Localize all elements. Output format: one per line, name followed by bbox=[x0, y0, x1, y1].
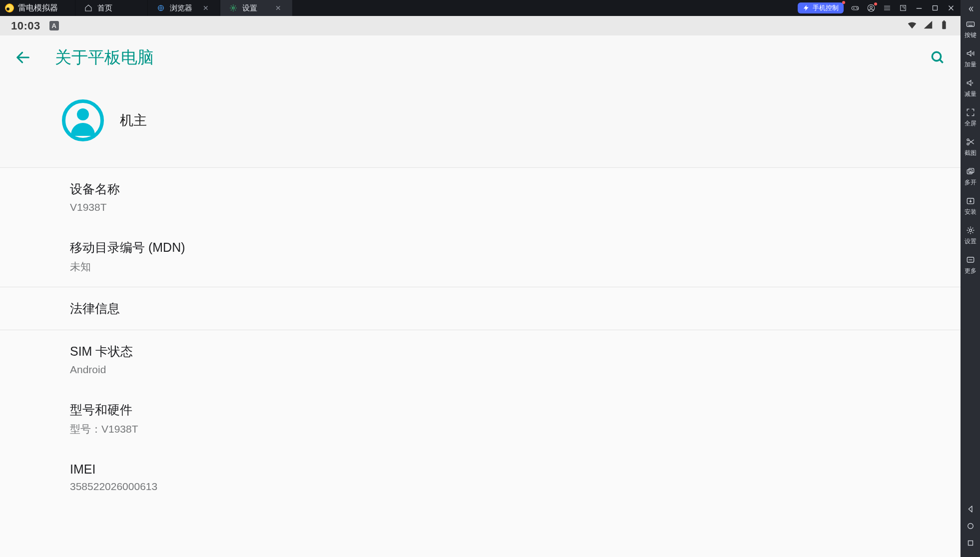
settings-icon bbox=[229, 4, 237, 12]
svg-point-6 bbox=[870, 6, 873, 8]
sidebar-item-volume-down[interactable]: 减量 bbox=[961, 74, 980, 103]
minimize-icon[interactable] bbox=[915, 3, 924, 12]
sidebar-item-more[interactable]: 更多 bbox=[961, 251, 980, 280]
nav-home-icon[interactable] bbox=[966, 521, 976, 531]
row-title: 法律信息 bbox=[70, 300, 947, 317]
profile-header[interactable]: 机主 bbox=[0, 79, 961, 168]
avatar-icon bbox=[62, 99, 104, 141]
row-title: 移动目录编号 (MDN) bbox=[70, 239, 947, 256]
row-subtitle: 未知 bbox=[70, 260, 947, 274]
keyboard-icon bbox=[966, 19, 976, 29]
row-subtitle: V1938T bbox=[70, 201, 947, 213]
sidebar-item-install[interactable]: 安装 bbox=[961, 192, 980, 221]
svg-point-19 bbox=[971, 259, 972, 260]
search-button[interactable] bbox=[929, 48, 947, 66]
sidebar-item-label: 按键 bbox=[965, 31, 977, 39]
row-subtitle: 型号：V1938T bbox=[70, 422, 947, 436]
settings-row[interactable]: 设备名称V1938T bbox=[0, 168, 961, 226]
sidebar-item-label: 设置 bbox=[965, 237, 977, 246]
back-button[interactable] bbox=[14, 48, 32, 66]
multi-instance-icon bbox=[966, 166, 976, 176]
sidebar-item-label: 减量 bbox=[965, 90, 977, 98]
tab-close-icon[interactable]: ✕ bbox=[201, 3, 211, 12]
emulator-sidebar: 按键 加量 减量 全屏 截图 多开 安装 设置 更多 bbox=[961, 0, 980, 557]
page-title: 关于平板电脑 bbox=[55, 46, 154, 69]
gamepad-icon[interactable] bbox=[851, 3, 860, 12]
status-clock: 10:03 bbox=[11, 19, 40, 32]
account-icon[interactable] bbox=[867, 3, 876, 12]
settings-app-bar: 关于平板电脑 bbox=[0, 35, 961, 79]
row-subtitle: 358522026000613 bbox=[70, 481, 947, 493]
maximize-icon[interactable] bbox=[931, 3, 940, 12]
status-badge: A bbox=[49, 21, 59, 30]
owner-label: 机主 bbox=[120, 111, 147, 129]
tab-label: 首页 bbox=[97, 3, 112, 13]
sidebar-item-multi[interactable]: 多开 bbox=[961, 162, 980, 192]
sidebar-item-label: 截图 bbox=[965, 149, 977, 157]
svg-rect-8 bbox=[933, 6, 938, 10]
settings-row[interactable]: 法律信息 bbox=[0, 287, 961, 330]
notification-dot-icon bbox=[842, 1, 845, 4]
svg-point-15 bbox=[969, 229, 972, 232]
settings-row[interactable]: SIM 卡状态Android bbox=[0, 330, 961, 389]
tab-label: 设置 bbox=[242, 3, 257, 13]
phone-control-label: 手机控制 bbox=[813, 3, 839, 12]
svg-point-18 bbox=[970, 259, 971, 260]
menu-icon[interactable] bbox=[883, 3, 892, 12]
svg-point-1 bbox=[232, 7, 234, 9]
android-status-bar[interactable]: 10:03 A bbox=[0, 16, 961, 35]
battery-icon bbox=[939, 19, 950, 32]
nav-recent-icon[interactable] bbox=[966, 538, 976, 548]
sidebar-item-fullscreen[interactable]: 全屏 bbox=[961, 103, 980, 133]
tab-label: 浏览器 bbox=[170, 3, 192, 13]
volume-up-icon bbox=[966, 48, 976, 58]
android-nav-buttons bbox=[961, 504, 980, 557]
tab-settings[interactable]: 设置 ✕ bbox=[220, 0, 292, 16]
sidebar-collapse-icon[interactable] bbox=[961, 3, 980, 15]
svg-point-3 bbox=[856, 7, 857, 8]
app-logo-icon bbox=[5, 3, 14, 12]
android-screen: 10:03 A 关于平板电脑 机主 设备名称V1938T移动目录编号 (MDN)… bbox=[0, 16, 961, 557]
svg-rect-22 bbox=[942, 21, 946, 29]
svg-rect-23 bbox=[944, 20, 945, 21]
svg-point-4 bbox=[857, 8, 858, 9]
tab-browser[interactable]: 浏览器 ✕ bbox=[147, 0, 220, 16]
sidebar-item-settings[interactable]: 设置 bbox=[961, 221, 980, 251]
nav-back-icon[interactable] bbox=[966, 504, 976, 514]
tab-home[interactable]: 首页 bbox=[75, 0, 147, 16]
titlebar-right: 手机控制 bbox=[795, 0, 961, 16]
sidebar-item-label: 安装 bbox=[965, 208, 977, 216]
sidebar-item-keymap[interactable]: 按键 bbox=[961, 15, 980, 44]
close-icon[interactable] bbox=[947, 3, 956, 12]
globe-icon bbox=[157, 4, 165, 12]
wifi-icon bbox=[907, 19, 918, 32]
status-right-icons bbox=[907, 19, 950, 32]
sidebar-item-screenshot[interactable]: 截图 bbox=[961, 133, 980, 162]
emulator-titlebar: 雷电模拟器 首页 浏览器 ✕ 设置 ✕ 手机控制 bbox=[0, 0, 961, 16]
svg-point-20 bbox=[968, 524, 973, 529]
phone-control-button[interactable]: 手机控制 bbox=[798, 2, 844, 13]
fullscreen-icon bbox=[966, 107, 976, 117]
tab-close-icon[interactable]: ✕ bbox=[273, 3, 283, 12]
scissors-icon bbox=[966, 137, 976, 147]
pop-out-icon[interactable] bbox=[899, 3, 908, 12]
sidebar-item-label: 加量 bbox=[965, 60, 977, 69]
signal-icon bbox=[923, 19, 934, 32]
sidebar-item-label: 多开 bbox=[965, 178, 977, 187]
app-brand: 雷电模拟器 bbox=[0, 0, 75, 16]
install-icon bbox=[966, 196, 976, 206]
settings-row[interactable]: 移动目录编号 (MDN)未知 bbox=[0, 226, 961, 287]
row-subtitle: Android bbox=[70, 364, 947, 376]
sidebar-item-volume-up[interactable]: 加量 bbox=[961, 44, 980, 74]
sidebar-item-label: 全屏 bbox=[965, 119, 977, 128]
settings-row[interactable]: 型号和硬件型号：V1938T bbox=[0, 389, 961, 449]
volume-down-icon bbox=[966, 78, 976, 88]
svg-rect-7 bbox=[901, 5, 906, 11]
svg-point-17 bbox=[969, 259, 970, 260]
gear-icon bbox=[966, 225, 976, 235]
settings-list[interactable]: 设备名称V1938T移动目录编号 (MDN)未知法律信息SIM 卡状态Andro… bbox=[0, 168, 961, 557]
row-title: 型号和硬件 bbox=[70, 402, 947, 418]
row-title: IMEI bbox=[70, 462, 947, 477]
settings-row[interactable]: IMEI358522026000613 bbox=[0, 449, 961, 506]
row-title: 设备名称 bbox=[70, 181, 947, 197]
